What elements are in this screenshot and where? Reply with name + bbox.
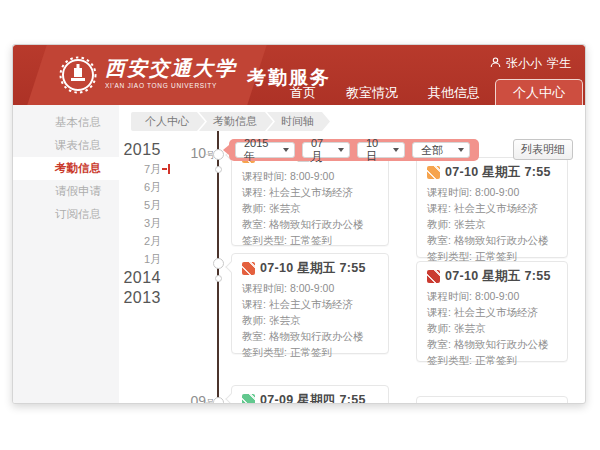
timeline-month-jun[interactable]: 6月: [111, 178, 161, 196]
filter-bar: 2015年 07月 10日 全部: [229, 139, 479, 161]
caret-down-icon: [393, 148, 399, 152]
type-select[interactable]: 全部: [412, 142, 470, 158]
caret-down-icon: [458, 148, 464, 152]
card-field-teacher: 教师:张芸京: [427, 216, 557, 232]
card-title: 07-10 星期五 7:55: [445, 164, 551, 181]
user-info[interactable]: 张小小 学生: [490, 55, 571, 72]
caret-down-icon: [338, 148, 344, 152]
day-marker-10: 10号: [173, 145, 215, 162]
university-name-block: 西安交通大学 XI'AN JIAO TONG UNIVERSITY: [105, 56, 237, 89]
timeline-year-2015[interactable]: 2015: [111, 140, 161, 160]
card-field-course: 课程:社会主义市场经济: [242, 184, 378, 200]
user-name: 张小小: [506, 55, 542, 72]
user-icon: [490, 57, 501, 71]
timeline-year-2014[interactable]: 2014: [111, 268, 161, 288]
timeline-node: [213, 397, 224, 404]
day-select[interactable]: 10日: [357, 142, 405, 158]
university-logo: [59, 56, 97, 94]
breadcrumb-timeline[interactable]: 时间轴: [267, 112, 330, 131]
checkin-stamp-icon: [427, 270, 440, 283]
card-field-time: 课程时间:8:00-9:00: [427, 184, 557, 200]
attendance-card-partial[interactable]: [416, 396, 568, 404]
attendance-card[interactable]: 07-10 星期五 7:55 课程时间:8:00-9:00 课程:社会主义市场经…: [231, 253, 389, 354]
attendance-card[interactable]: 07-10 星期五 7:55 课程时间:8:00-9:00 课程:社会主义市场经…: [416, 261, 568, 362]
screenshot-canvas: 西安交通大学 XI'AN JIAO TONG UNIVERSITY 考勤服务 张…: [0, 0, 600, 450]
card-field-room: 教室:格物致知行政办公楼: [427, 336, 557, 352]
card-field-teacher: 教师:张芸京: [242, 200, 378, 216]
caret-down-icon: [283, 148, 289, 152]
timeline-month-jul[interactable]: 7月: [111, 160, 161, 178]
sidebar-item-basic-info[interactable]: 基本信息: [13, 111, 119, 134]
sidebar-item-subscription-info[interactable]: 订阅信息: [13, 203, 119, 226]
timeline-month-may[interactable]: 5月: [111, 196, 161, 214]
card-title: 07-10 星期五 7:55: [445, 268, 551, 285]
timeline-labels: 2015 7月 6月 5月 3月 2月 1月 2014 2013: [111, 140, 161, 308]
sidebar-item-schedule-info[interactable]: 课表信息: [13, 134, 119, 157]
user-role: 学生: [547, 55, 571, 72]
sidebar-list: 基本信息 课表信息 考勤信息 请假申请 订阅信息: [13, 105, 119, 226]
timeline-year-2013[interactable]: 2013: [111, 288, 161, 308]
timeline-node: [215, 275, 222, 282]
card-field-teacher: 教师:张芸京: [427, 320, 557, 336]
card-field-room: 教室:格物致知行政办公楼: [242, 328, 378, 344]
card-field-course: 课程:社会主义市场经济: [427, 304, 557, 320]
card-field-room: 教室:格物致知行政办公楼: [242, 216, 378, 232]
attendance-card[interactable]: 07-09 星期四 7:55: [231, 385, 389, 404]
app-header: 西安交通大学 XI'AN JIAO TONG UNIVERSITY 考勤服务 张…: [13, 45, 585, 105]
card-field-checkin: 签到类型:正常签到: [427, 352, 557, 368]
nav-home[interactable]: 首页: [275, 81, 331, 105]
selected-month-marker: [162, 164, 170, 174]
card-pointer: [225, 393, 236, 404]
card-field-time: 课程时间:8:00-9:00: [427, 288, 557, 304]
attendance-card[interactable]: 07-10 星期五 7:55 课程时间:8:00-9:00 课程:社会主义市场经…: [416, 157, 568, 258]
checkin-stamp-icon: [427, 166, 440, 179]
card-title: 07-10 星期五 7:55: [260, 260, 366, 277]
card-field-time: 课程时间:8:00-9:00: [242, 280, 378, 296]
list-detail-button[interactable]: 列表明细: [513, 139, 573, 160]
breadcrumb-personal-center[interactable]: 个人中心: [131, 112, 205, 131]
university-name-en: XI'AN JIAO TONG UNIVERSITY: [105, 82, 237, 89]
card-field-teacher: 教师:张芸京: [242, 312, 378, 328]
attendance-app-window: 西安交通大学 XI'AN JIAO TONG UNIVERSITY 考勤服务 张…: [12, 44, 586, 404]
breadcrumb-attendance-info[interactable]: 考勤信息: [199, 112, 273, 131]
checkin-stamp-icon: [242, 394, 255, 404]
month-select[interactable]: 07月: [302, 142, 350, 158]
timeline-node: [213, 258, 224, 269]
card-field-time: 课程时间:8:00-9:00: [242, 168, 378, 184]
card-field-checkin: 签到类型:正常签到: [242, 344, 378, 360]
checkin-stamp-icon: [242, 262, 255, 275]
university-name-cn: 西安交通大学: [105, 56, 237, 80]
nav-personal-center[interactable]: 个人中心: [495, 79, 583, 105]
nav-classrooms[interactable]: 教室情况: [331, 81, 413, 105]
timeline-node: [215, 166, 222, 173]
sidebar-item-attendance-info[interactable]: 考勤信息: [13, 157, 119, 180]
timeline-month-jan[interactable]: 1月: [111, 250, 161, 268]
day-marker-09: 09号: [173, 393, 215, 404]
year-select[interactable]: 2015年: [235, 142, 295, 158]
timeline-month-mar[interactable]: 3月: [111, 214, 161, 232]
nav-other-info[interactable]: 其他信息: [413, 81, 495, 105]
card-field-checkin: 签到类型:正常签到: [242, 232, 378, 248]
sidebar-item-leave-request[interactable]: 请假申请: [13, 180, 119, 203]
timeline-month-feb[interactable]: 2月: [111, 232, 161, 250]
card-field-course: 课程:社会主义市场经济: [242, 296, 378, 312]
breadcrumb: 个人中心 考勤信息 时间轴: [131, 112, 330, 131]
card-field-course: 课程:社会主义市场经济: [427, 200, 557, 216]
card-pointer: [225, 261, 236, 272]
card-field-room: 教室:格物致知行政办公楼: [427, 232, 557, 248]
card-title: 07-09 星期四 7:55: [260, 392, 366, 404]
main-nav: 首页 教室情况 其他信息 个人中心: [275, 79, 583, 105]
sidebar: 基本信息 课表信息 考勤信息 请假申请 订阅信息: [13, 105, 119, 404]
